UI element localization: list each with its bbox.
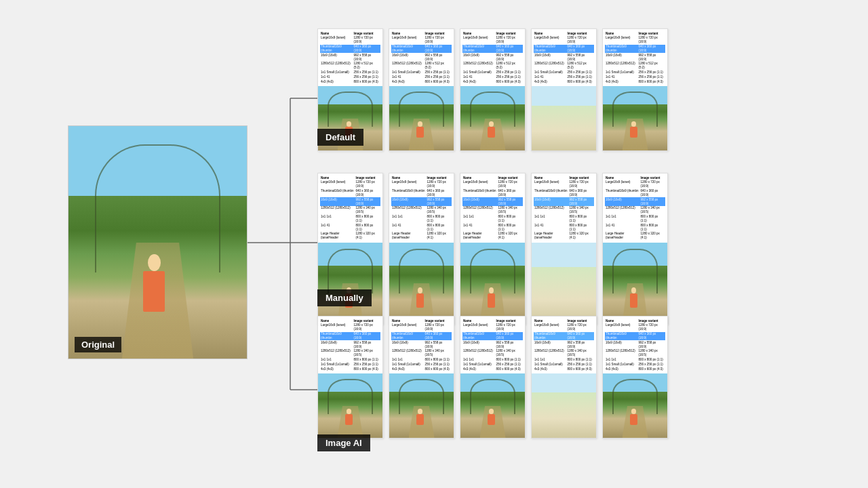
variant-card[interactable]: NameImage variant Large16x9 (larset)1280… [389, 28, 454, 151]
variant-image [389, 243, 454, 324]
variant-card[interactable]: NameImage variant Large16x9 (larset)1280… [531, 316, 597, 439]
main-canvas: Original Default Manually Image AI NameI… [0, 0, 868, 488]
variant-image [460, 243, 525, 324]
imageai-row-cards: NameImage variant Large16x9 (larset)1280… [317, 316, 668, 439]
variant-image [318, 243, 382, 324]
variant-image [603, 86, 667, 150]
variant-card[interactable]: NameImage variant Large16x9 (larset)1280… [602, 173, 668, 325]
manually-row-label: Manually [317, 289, 372, 306]
variant-image [603, 373, 667, 438]
default-row-label: Default [317, 129, 363, 146]
variant-image [532, 243, 596, 324]
original-container: Original [68, 125, 248, 359]
variant-image [460, 373, 525, 438]
variant-card[interactable]: NameImage variant Large16x9 (larset)1280… [389, 316, 454, 439]
variant-image [603, 243, 667, 324]
variant-image [389, 373, 454, 438]
variant-image [318, 373, 382, 438]
variant-card[interactable]: NameImage variant Large16x9 (larset)1280… [460, 316, 526, 439]
variant-image [532, 86, 596, 150]
imageai-row-label: Image AI [317, 434, 370, 451]
variant-card[interactable]: NameImage variant Large16x9 (larset)1280… [460, 173, 526, 325]
variant-card[interactable]: NameImage variant Large16x9 (larset)1280… [389, 173, 454, 325]
variant-card[interactable]: NameImage variant Large16x9 (larset)1280… [531, 173, 597, 325]
variant-card[interactable]: NameImage variant Large16x9 (larset)1280… [460, 28, 526, 151]
default-row-cards: NameImage variant Large16x9 (larset)1280… [317, 28, 668, 151]
variant-card[interactable]: NameImage variant Large16x9 (larset)1280… [317, 316, 383, 439]
variant-image [532, 373, 596, 438]
original-label: Original [75, 337, 121, 352]
variant-card[interactable]: NameImage variant Large16x9 (larset)1280… [602, 28, 668, 151]
variant-card[interactable]: NameImage variant Large16x9 (larset)1280… [602, 316, 668, 439]
variant-image [389, 86, 454, 150]
variant-card[interactable]: NameImage variant Large16x9 (larset)1280… [531, 28, 597, 151]
original-image [68, 125, 248, 359]
variant-image [460, 86, 525, 150]
